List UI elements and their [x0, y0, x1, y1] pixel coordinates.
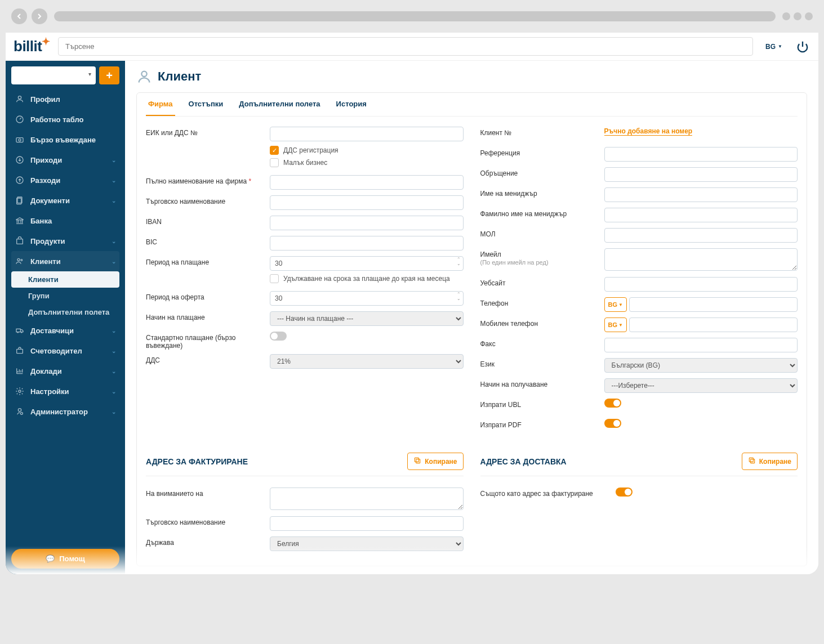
reference-label: Референция [480, 147, 604, 157]
chevron-down-icon: ⌄ [112, 198, 116, 204]
svg-point-19 [141, 71, 146, 77]
salutation-label: Обръщение [480, 167, 604, 177]
manual-number-link[interactable]: Ръчно добавяне на номер [604, 127, 693, 136]
sidebar: + Профил Работно табло Бързо въвеждане П… [6, 61, 125, 574]
eik-label: ЕИК или ДДС № [146, 127, 270, 137]
email-input[interactable] [604, 248, 798, 271]
reference-input[interactable] [604, 147, 798, 162]
svg-point-17 [18, 409, 21, 412]
url-bar[interactable] [54, 11, 776, 21]
send-pdf-toggle[interactable] [604, 419, 621, 428]
chevron-down-icon: ⌄ [112, 157, 116, 163]
mobile-label: Мобилен телефон [480, 317, 604, 328]
sidebar-sub-clients[interactable]: Клиенти [11, 271, 119, 288]
sidebar-item-profile[interactable]: Профил [11, 89, 119, 109]
country-label: Държава [146, 536, 270, 547]
billing-tradename-input[interactable] [270, 516, 464, 531]
tab-company[interactable]: Фирма [146, 93, 175, 116]
mobile-prefix-button[interactable]: BG▼ [604, 317, 627, 332]
pay-method-select[interactable]: --- Начин на плащане --- [270, 311, 464, 326]
browser-back[interactable] [11, 8, 27, 24]
sidebar-item-bank[interactable]: Банка [11, 211, 119, 231]
language-label: Език [480, 358, 604, 368]
user-icon [15, 94, 25, 104]
offer-period-input[interactable] [270, 291, 464, 306]
tab-customfields[interactable]: Допълнителни полета [237, 93, 322, 116]
website-input[interactable] [604, 277, 798, 292]
send-pdf-label: Изпрати PDF [480, 419, 604, 429]
receive-method-select[interactable]: ---Изберете--- [604, 378, 798, 393]
language-select[interactable]: Български (BG) [604, 358, 798, 373]
pay-method-label: Начин на плащане [146, 311, 270, 321]
fax-input[interactable] [604, 338, 798, 352]
salutation-input[interactable] [604, 167, 798, 182]
box-icon [15, 236, 25, 246]
help-button[interactable]: 💬 Помощ [11, 549, 119, 569]
email-label: Имейл (По един имейл на ред) [480, 248, 604, 266]
sidebar-sub-groups[interactable]: Групи [11, 288, 119, 304]
website-label: Уебсайт [480, 277, 604, 287]
svg-point-11 [21, 260, 23, 261]
browser-forward[interactable] [32, 8, 47, 24]
sidebar-item-expenses[interactable]: Разходи ⌄ [11, 170, 119, 190]
sidebar-item-dashboard[interactable]: Работно табло [11, 109, 119, 129]
sidebar-item-accountant[interactable]: Счетоводител ⌄ [11, 341, 119, 361]
extend-eom-checkbox[interactable] [270, 274, 279, 283]
manager-first-input[interactable] [604, 187, 798, 202]
attention-input[interactable] [270, 488, 464, 510]
extend-eom-label: Удължаване на срока за плащане до края н… [283, 275, 450, 283]
chevron-down-icon: ⌄ [112, 348, 116, 354]
sidebar-item-quick-entry[interactable]: Бързо въвеждане [11, 129, 119, 150]
dds-reg-checkbox[interactable]: ✓ [270, 146, 279, 155]
country-select[interactable]: Белгия [270, 536, 464, 551]
page-title: Клиент [158, 69, 201, 84]
sidebar-item-documents[interactable]: Документи ⌄ [11, 190, 119, 211]
copy-delivery-button[interactable]: Копиране [742, 453, 798, 470]
language-selector[interactable]: BG▼ [761, 43, 787, 51]
vat-label: ДДС [146, 354, 270, 364]
phone-prefix-button[interactable]: BG▼ [604, 297, 627, 312]
tab-history[interactable]: История [334, 93, 369, 116]
sidebar-item-products[interactable]: Продукти ⌄ [11, 231, 119, 251]
docs-icon [15, 195, 25, 205]
mol-input[interactable] [604, 228, 798, 243]
manager-last-input[interactable] [604, 208, 798, 222]
sidebar-item-clients[interactable]: Клиенти ⌄ [11, 251, 119, 271]
pay-period-input[interactable] [270, 256, 464, 271]
sidebar-add-select[interactable] [11, 66, 96, 84]
full-name-input[interactable] [270, 175, 464, 190]
trade-name-label: Търговско наименование [146, 195, 270, 205]
sidebar-add-button[interactable]: + [99, 66, 119, 84]
svg-point-16 [19, 390, 21, 392]
std-pay-toggle[interactable] [270, 332, 287, 341]
same-as-billing-toggle[interactable] [616, 488, 633, 497]
bic-input[interactable] [270, 236, 464, 251]
tab-discounts[interactable]: Отстъпки [186, 93, 226, 116]
svg-rect-22 [750, 459, 754, 463]
copy-billing-button[interactable]: Копиране [407, 453, 463, 470]
sidebar-item-reports[interactable]: Доклади ⌄ [11, 361, 119, 381]
truck-icon [15, 325, 25, 336]
sidebar-item-suppliers[interactable]: Доставчици ⌄ [11, 320, 119, 341]
phone-input[interactable] [629, 297, 798, 312]
search-input[interactable] [58, 37, 753, 56]
dds-reg-label: ДДС регистрация [283, 146, 338, 154]
send-ubl-toggle[interactable] [604, 399, 621, 408]
bank-icon [15, 216, 25, 226]
logout-button[interactable] [795, 39, 810, 55]
sidebar-item-admin[interactable]: Администратор ⌄ [11, 401, 119, 422]
trade-name-input[interactable] [270, 195, 464, 210]
eik-input[interactable] [270, 127, 464, 141]
copy-icon [748, 457, 756, 466]
same-as-billing-label: Същото като адрес за фактуриране [480, 488, 616, 498]
iban-input[interactable] [270, 216, 464, 230]
svg-rect-20 [416, 459, 420, 463]
delivery-address-title: АДРЕС ЗА ДОСТАВКА [480, 457, 567, 466]
small-biz-checkbox[interactable] [270, 158, 279, 167]
mobile-input[interactable] [629, 317, 798, 332]
sidebar-sub-customfields[interactable]: Допълнителни полета [11, 304, 119, 320]
sidebar-item-income[interactable]: Приходи ⌄ [11, 150, 119, 170]
chart-icon [15, 366, 25, 376]
sidebar-item-settings[interactable]: Настройки ⌄ [11, 381, 119, 401]
vat-select[interactable]: 21% [270, 354, 464, 369]
